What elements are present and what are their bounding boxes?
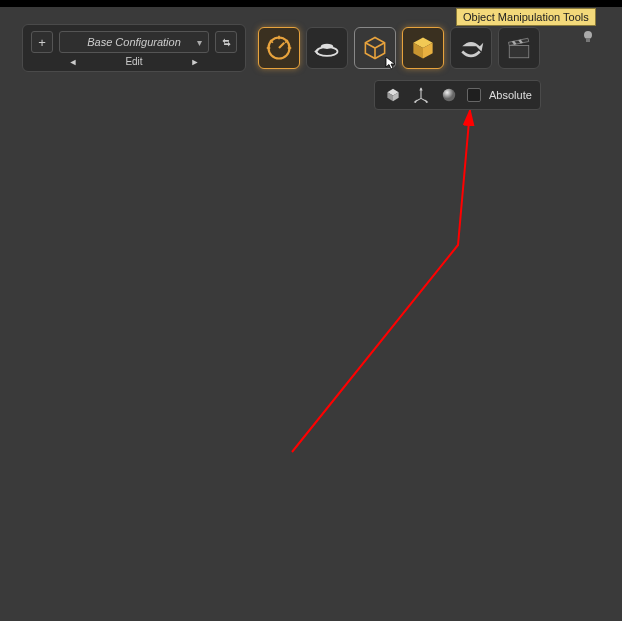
svg-point-30 xyxy=(160,364,409,551)
svg-point-2 xyxy=(42,298,518,602)
wireframe-cube-icon xyxy=(361,34,389,62)
prev-config-arrow[interactable]: ◄ xyxy=(68,57,77,67)
svg-line-19 xyxy=(418,451,420,479)
svg-marker-36 xyxy=(359,478,371,492)
svg-marker-32 xyxy=(239,348,255,362)
solid-cube-icon xyxy=(409,34,437,62)
svg-point-4 xyxy=(100,324,460,540)
move-mode-button[interactable] xyxy=(383,85,403,105)
svg-point-17 xyxy=(414,445,466,485)
svg-point-47 xyxy=(584,31,592,39)
turntable-button[interactable] xyxy=(306,27,348,69)
axes-icon xyxy=(412,86,430,104)
svg-line-31 xyxy=(247,348,285,458)
edit-label[interactable]: Edit xyxy=(125,56,142,67)
svg-line-9 xyxy=(388,400,400,404)
absolute-checkbox[interactable] xyxy=(467,88,481,102)
window-topbar xyxy=(0,0,622,7)
svg-line-24 xyxy=(454,448,455,482)
turntable-icon xyxy=(313,34,341,62)
rotate-arrow-icon xyxy=(457,34,485,62)
object-manipulation-button[interactable] xyxy=(402,27,444,69)
clapper-icon xyxy=(506,35,532,61)
pivot-mode-button[interactable] xyxy=(411,85,431,105)
svg-point-3 xyxy=(70,310,490,570)
light-indicator-icon xyxy=(582,30,594,44)
selection-tool-button[interactable] xyxy=(354,27,396,69)
camera-tool-button[interactable] xyxy=(450,27,492,69)
add-config-button[interactable]: + xyxy=(31,31,53,53)
cube-small-icon xyxy=(384,86,402,104)
animation-button[interactable] xyxy=(498,27,540,69)
svg-rect-48 xyxy=(586,38,590,42)
svg-text:VISUALIZE: VISUALIZE xyxy=(260,397,306,429)
svg-point-18 xyxy=(414,445,466,485)
svg-marker-34 xyxy=(199,516,211,530)
svg-point-45 xyxy=(321,44,333,49)
svg-point-15 xyxy=(197,388,233,412)
svg-line-35 xyxy=(285,458,371,486)
dial-icon xyxy=(265,34,293,62)
render-quality-button[interactable] xyxy=(258,27,300,69)
svg-line-10 xyxy=(160,410,172,412)
svg-point-27 xyxy=(155,370,415,546)
svg-text:S: S xyxy=(328,368,335,383)
svg-line-25 xyxy=(460,451,462,479)
svg-text:S: S xyxy=(436,459,442,471)
refresh-button[interactable] xyxy=(215,31,237,53)
svg-text:SOLIDWORKS: SOLIDWORKS xyxy=(263,378,321,417)
svg-line-33 xyxy=(199,458,285,530)
sphere-icon xyxy=(440,86,458,104)
tool-buttons xyxy=(258,27,540,69)
svg-line-20 xyxy=(425,448,426,482)
absolute-label: Absolute xyxy=(489,89,532,101)
svg-point-28 xyxy=(170,399,400,517)
configuration-dropdown[interactable]: Base Configuration xyxy=(59,31,209,53)
sphere-mode-button[interactable] xyxy=(439,85,459,105)
svg-rect-46 xyxy=(509,46,529,58)
gizmo xyxy=(155,348,415,554)
next-config-arrow[interactable]: ► xyxy=(191,57,200,67)
svg-marker-52 xyxy=(419,87,422,90)
svg-point-7 xyxy=(268,419,288,431)
svg-point-6 xyxy=(120,330,360,454)
svg-point-14 xyxy=(276,390,304,406)
configuration-label: Base Configuration xyxy=(87,36,181,48)
configuration-panel: + Base Configuration ◄ Edit ► xyxy=(22,24,246,72)
svg-line-43 xyxy=(279,43,284,48)
svg-point-29 xyxy=(218,362,352,553)
refresh-icon xyxy=(220,36,233,49)
svg-point-1 xyxy=(35,300,525,620)
manipulation-sub-toolbar: Absolute xyxy=(374,80,541,110)
main-toolbar: + Base Configuration ◄ Edit ► xyxy=(22,24,540,72)
svg-point-55 xyxy=(443,89,455,101)
svg-point-5 xyxy=(118,326,438,518)
